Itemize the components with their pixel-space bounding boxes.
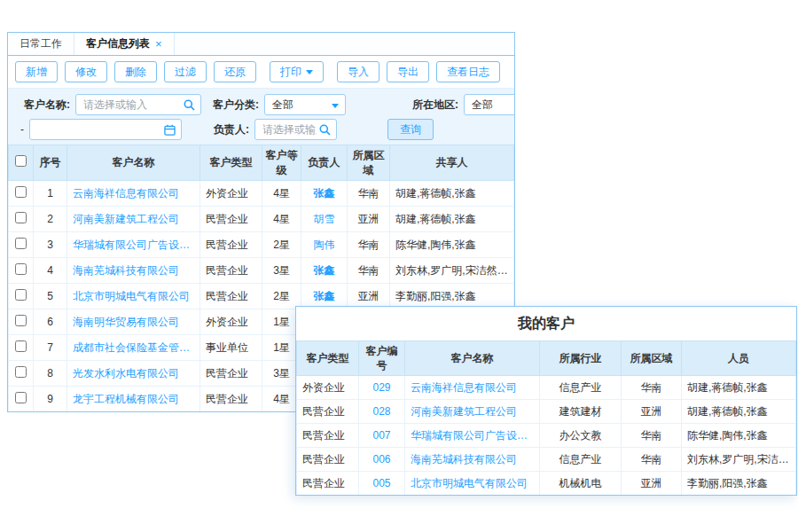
tab-close-icon[interactable]: × bbox=[155, 38, 162, 50]
cell-customer-level: 4星 bbox=[262, 207, 301, 232]
row-checkbox[interactable] bbox=[15, 238, 27, 249]
my-customers-table: 客户类型客户编号客户名称所属行业所属区域人员外资企业029云南海祥信息有限公司信… bbox=[296, 340, 796, 496]
row-checkbox[interactable] bbox=[15, 212, 27, 223]
query-button[interactable]: 查询 bbox=[387, 119, 434, 140]
cell-customer-name[interactable]: 海南芜城科技有限公司 bbox=[67, 258, 200, 284]
customer-name-input[interactable] bbox=[76, 95, 200, 114]
cell-customer-name[interactable]: 华瑞城有限公司广告设计部 bbox=[67, 232, 200, 258]
cell-customer-name[interactable]: 海南明华贸易有限公司 bbox=[67, 309, 200, 335]
cell-customer-name[interactable]: 成都市社会保险基金管理... bbox=[67, 335, 200, 361]
date-input[interactable] bbox=[30, 120, 181, 139]
cell-select bbox=[9, 232, 34, 258]
tab-daily-work[interactable]: 日常工作 bbox=[8, 33, 74, 55]
row-checkbox[interactable] bbox=[15, 340, 27, 352]
row-checkbox[interactable] bbox=[15, 186, 27, 198]
cell-customer-code[interactable]: 029 bbox=[359, 376, 405, 400]
cell-customer-code[interactable]: 006 bbox=[359, 448, 405, 472]
cell-shared: 胡建,蒋德帧,张鑫 bbox=[390, 181, 514, 207]
col-customer-type: 客户类型 bbox=[200, 145, 262, 181]
cell-region: 华南 bbox=[622, 376, 682, 400]
export-button[interactable]: 导出 bbox=[387, 61, 429, 82]
date-range-separator: - bbox=[20, 123, 24, 136]
my-customers-title: 我的客户 bbox=[296, 307, 796, 340]
cell-seq: 9 bbox=[34, 387, 67, 412]
chevron-down-icon bbox=[306, 70, 313, 74]
cell-industry: 建筑建材 bbox=[540, 400, 622, 424]
col-select bbox=[9, 145, 34, 181]
row-checkbox[interactable] bbox=[15, 289, 27, 301]
region-input[interactable] bbox=[465, 95, 515, 114]
search-icon[interactable] bbox=[319, 124, 331, 136]
cell-customer-name[interactable]: 云南海祥信息有限公司 bbox=[67, 181, 200, 207]
cell-customer-type: 民营企业 bbox=[200, 207, 262, 232]
cell-customer-name[interactable]: 北京市明城电气有限公司 bbox=[67, 284, 200, 309]
cell-customer-level: 2星 bbox=[262, 232, 301, 258]
col-region: 所属区域 bbox=[622, 341, 682, 376]
select-all-checkbox[interactable] bbox=[15, 155, 27, 167]
cell-owner[interactable]: 陶伟 bbox=[301, 232, 348, 258]
cell-customer-name[interactable]: 光发水利水电有限公司 bbox=[67, 361, 200, 387]
row-checkbox[interactable] bbox=[15, 315, 27, 326]
table-row: 1云南海祥信息有限公司外资企业4星张鑫华南胡建,蒋德帧,张鑫 bbox=[9, 181, 514, 207]
cell-customer-type: 民营企业 bbox=[297, 472, 359, 496]
tab-customer-list[interactable]: 客户信息列表× bbox=[74, 33, 175, 55]
cell-customer-name[interactable]: 海南芜城科技有限公司 bbox=[405, 448, 540, 472]
cell-customer-type: 民营企业 bbox=[200, 258, 262, 284]
cell-customer-name[interactable]: 北京市明城电气有限公司 bbox=[405, 472, 540, 496]
my-customers-window: 我的客户 客户类型客户编号客户名称所属行业所属区域人员外资企业029云南海祥信息… bbox=[295, 306, 797, 496]
row-checkbox[interactable] bbox=[15, 392, 27, 403]
cell-region: 亚洲 bbox=[622, 472, 682, 496]
cell-customer-name[interactable]: 云南海祥信息有限公司 bbox=[405, 376, 540, 400]
cell-customer-code[interactable]: 005 bbox=[359, 472, 405, 496]
calendar-icon[interactable] bbox=[164, 124, 176, 136]
col-customer-name: 客户名称 bbox=[67, 145, 200, 181]
date-input-box bbox=[29, 119, 182, 140]
add-button[interactable]: 新增 bbox=[15, 61, 58, 82]
search-icon[interactable] bbox=[184, 99, 195, 111]
import-button[interactable]: 导入 bbox=[337, 61, 379, 82]
cell-seq: 6 bbox=[34, 309, 67, 335]
cell-region: 华南 bbox=[348, 181, 390, 207]
cell-customer-level: 4星 bbox=[262, 181, 301, 207]
cell-customer-type: 民营企业 bbox=[297, 400, 359, 424]
cell-owner[interactable]: 张鑫 bbox=[301, 258, 348, 284]
owner-label: 负责人: bbox=[214, 122, 249, 137]
button-label: 过滤 bbox=[175, 65, 196, 80]
cell-region: 华南 bbox=[348, 232, 390, 258]
cell-shared: 陈华健,陶伟,张鑫 bbox=[390, 232, 514, 258]
cell-industry: 机械机电 bbox=[540, 472, 622, 496]
table-row: 民营企业007华瑞城有限公司广告设计部办公文教华南陈华健,陶伟,张鑫 bbox=[297, 424, 796, 448]
cell-select bbox=[9, 309, 34, 335]
cell-customer-code[interactable]: 007 bbox=[359, 424, 405, 448]
col-region: 所属区域 bbox=[348, 145, 390, 181]
view-log-button[interactable]: 查看日志 bbox=[436, 61, 500, 82]
customer-category-select[interactable]: 全部 bbox=[264, 94, 346, 115]
cell-customer-name[interactable]: 河南美新建筑工程公司 bbox=[405, 400, 540, 424]
cell-owner[interactable]: 张鑫 bbox=[301, 181, 348, 207]
cell-customer-type: 民营企业 bbox=[200, 361, 262, 387]
delete-button[interactable]: 删除 bbox=[114, 61, 157, 82]
row-checkbox[interactable] bbox=[15, 366, 27, 378]
edit-button[interactable]: 修改 bbox=[65, 61, 107, 82]
cell-customer-code[interactable]: 028 bbox=[359, 400, 405, 424]
cell-customer-type: 民营企业 bbox=[297, 424, 359, 448]
filter-button[interactable]: 过滤 bbox=[164, 61, 207, 82]
chevron-down-icon bbox=[332, 104, 339, 108]
restore-button[interactable]: 还原 bbox=[214, 61, 256, 82]
cell-seq: 8 bbox=[34, 361, 67, 387]
table-row: 2河南美新建筑工程公司民营企业4星胡雪亚洲胡建,蒋德帧,张鑫 bbox=[9, 207, 514, 232]
cell-customer-name[interactable]: 河南美新建筑工程公司 bbox=[67, 207, 200, 232]
cell-customer-type: 民营企业 bbox=[200, 284, 262, 309]
region-input-box bbox=[464, 94, 515, 115]
cell-region: 华南 bbox=[348, 258, 390, 284]
button-label: 修改 bbox=[75, 65, 97, 80]
col-customer-name: 客户名称 bbox=[405, 341, 540, 376]
cell-owner[interactable]: 胡雪 bbox=[301, 207, 348, 232]
row-checkbox[interactable] bbox=[15, 263, 27, 275]
header-row: 序号客户名称客户类型客户等级负责人所属区域共享人 bbox=[9, 145, 514, 181]
customer-category-value: 全部 bbox=[272, 98, 293, 113]
cell-customer-name[interactable]: 华瑞城有限公司广告设计部 bbox=[405, 424, 540, 448]
cell-customer-name[interactable]: 龙宇工程机械有限公司 bbox=[67, 387, 200, 412]
print-button[interactable]: 打印 bbox=[270, 61, 324, 82]
button-label: 查看日志 bbox=[447, 65, 489, 80]
